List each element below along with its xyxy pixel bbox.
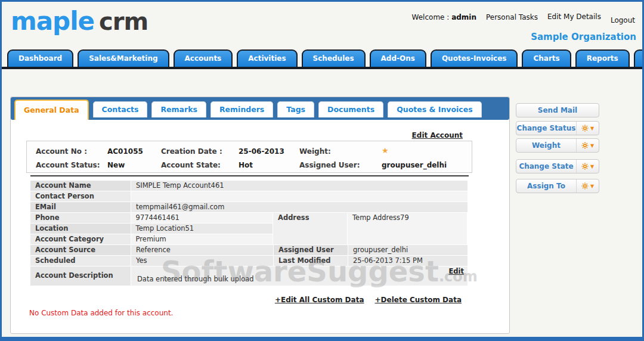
welcome-prefix: Welcome : — [412, 13, 452, 21]
gear-icon — [581, 125, 589, 132]
account-details-table: Account Name SIMPLE Temp Account461 Cont… — [30, 181, 469, 286]
field-value: tempmail461@gmail.com — [131, 202, 467, 212]
action-button-label[interactable]: Assign To — [516, 182, 576, 190]
dropdown-arrow-icon: ▼ — [590, 143, 594, 148]
assigned-user-value: groupuser_delhi — [382, 161, 447, 169]
field-label: Contact Person — [30, 191, 131, 202]
action-split-button: Change State ▼ — [516, 159, 599, 173]
field-value: 9774461461 — [131, 213, 273, 223]
nav-tab[interactable]: Dashboard — [7, 49, 73, 67]
table-row-group: Phone 9774461461 Location Temp Location5… — [30, 213, 469, 244]
logo-maple: maple — [11, 7, 94, 36]
nav-tab[interactable]: Help — [634, 49, 644, 67]
nav-tab[interactable]: Reports — [575, 49, 630, 67]
action-button-label[interactable]: Weight — [516, 141, 576, 150]
nav-tab[interactable]: Sales&Marketing — [78, 49, 169, 67]
header-link[interactable]: Personal Tasks — [486, 13, 538, 24]
delete-custom-data-link[interactable]: +Delete Custom Data — [374, 296, 462, 304]
header-link[interactable]: Logout — [611, 16, 635, 24]
field-value: groupuser_delhi — [348, 245, 467, 255]
field-label: Account Name — [30, 181, 131, 191]
account-status-value: New — [107, 161, 125, 169]
account-actions-sidebar: Send Mail Change Status ▼ Weight ▼ Chang… — [516, 103, 599, 193]
action-dropdown-toggle[interactable]: ▼ — [576, 122, 599, 135]
field-value: Premium — [131, 234, 273, 244]
subtab[interactable]: Contacts — [93, 101, 148, 117]
custom-data-links: +Edit All Custom Data +Delete Custom Dat… — [275, 296, 462, 304]
assigned-user-label: Assigned User: — [299, 161, 360, 169]
nav-tab[interactable]: Quotes-Invoices — [431, 49, 518, 67]
field-value: Temp Address79 — [348, 213, 467, 244]
action-split-button: Assign To ▼ — [516, 179, 599, 193]
app-logo: maplecrm — [11, 7, 148, 36]
table-row: Location Temp Location51 — [30, 224, 273, 234]
maple-crm-account-page: { "brand": { "logo_maple": "maple", "log… — [0, 0, 644, 341]
action-dropdown-toggle[interactable]: ▼ — [576, 160, 599, 173]
table-row: Account Name SIMPLE Temp Account461 — [30, 181, 469, 191]
field-label: Last Modified — [274, 256, 348, 266]
no-custom-data-message: No Custom Data added for this account. — [29, 309, 173, 317]
table-row: Phone 9774461461 — [30, 213, 273, 223]
account-subtabs: General DataContactsRemarksRemindersTags… — [11, 97, 509, 120]
subtab[interactable]: General Data — [14, 100, 89, 120]
field-label: Account Category — [30, 234, 131, 244]
field-value: Yes — [131, 256, 273, 266]
nav-tab[interactable]: Add-Ons — [370, 49, 426, 67]
account-summary-box: Account No : AC01055 Creation Date : 25-… — [26, 141, 472, 173]
edit-all-custom-data-link[interactable]: +Edit All Custom Data — [275, 296, 364, 304]
subtab[interactable]: Documents — [318, 101, 383, 117]
field-value: Reference — [131, 245, 273, 255]
weight-label: Weight: — [299, 147, 331, 156]
action-button-label[interactable]: Change Status — [516, 124, 576, 132]
action-button-list: Change Status ▼ Weight ▼ Change State — [516, 121, 599, 193]
section-divider — [30, 175, 469, 176]
action-button-label[interactable]: Change State — [516, 162, 576, 170]
action-dropdown-toggle[interactable]: ▼ — [576, 179, 599, 193]
table-row: Contact Person — [30, 191, 469, 202]
dropdown-arrow-icon: ▼ — [590, 184, 594, 189]
nav-tab[interactable]: Charts — [522, 49, 571, 67]
header-link[interactable]: Edit My Details — [547, 13, 601, 24]
account-state-value: Hot — [239, 161, 253, 169]
table-row: Account Category Premium — [30, 234, 273, 244]
table-row: EMail tempmail461@gmail.com — [30, 202, 469, 212]
subtab[interactable]: Tags — [277, 101, 314, 117]
account-status-label: Account Status: — [36, 161, 100, 169]
field-label: Address — [273, 213, 347, 244]
edit-description-link[interactable]: Edit — [448, 267, 464, 275]
field-value: Temp Location51 — [131, 224, 273, 234]
action-split-button: Weight ▼ — [516, 138, 599, 153]
creation-date-value: 25-06-2013 — [239, 147, 284, 156]
logo-crm: crm — [99, 8, 148, 35]
action-split-button: Change Status ▼ — [516, 121, 599, 135]
gear-icon — [581, 182, 589, 190]
nav-tab[interactable]: Accounts — [174, 49, 233, 67]
table-row: Account Source Reference Assigned User g… — [30, 245, 469, 255]
subtab[interactable]: Remarks — [151, 101, 206, 117]
account-no-value: AC01055 — [107, 147, 143, 156]
table-row-description: Account Description Data entered through… — [30, 266, 469, 286]
organization-name: Sample Organization — [531, 32, 636, 42]
field-label: Assigned User — [274, 245, 348, 255]
send-mail-button[interactable]: Send Mail — [516, 103, 599, 117]
main-nav: DashboardSales&MarketingAccountsActiviti… — [2, 49, 642, 69]
field-label: Account Description — [30, 266, 131, 286]
action-dropdown-toggle[interactable]: ▼ — [576, 139, 599, 152]
field-label: Scheduled — [30, 256, 131, 266]
field-label: EMail — [30, 202, 131, 212]
edit-account-link[interactable]: Edit Account — [412, 131, 463, 140]
subtab[interactable]: Reminders — [210, 101, 273, 117]
creation-date-label: Creation Date : — [161, 147, 222, 156]
field-value: SIMPLE Temp Account461 — [131, 181, 467, 191]
account-no-label: Account No : — [36, 147, 87, 156]
subtab[interactable]: Quotes & Invoices — [388, 101, 482, 117]
field-value — [131, 191, 467, 202]
weight-star-icon: ★ — [382, 146, 389, 155]
account-detail-panel: General DataContactsRemarksRemindersTags… — [10, 97, 510, 334]
nav-tab[interactable]: Schedules — [302, 49, 366, 67]
nav-tab[interactable]: Activities — [237, 49, 297, 67]
field-label: Location — [30, 224, 131, 234]
account-state-label: Account State: — [161, 161, 221, 169]
header-link-list: Personal TasksEdit My DetailsLogout — [486, 10, 635, 24]
field-value: 25-06-2013 7:15 PM — [348, 256, 467, 266]
